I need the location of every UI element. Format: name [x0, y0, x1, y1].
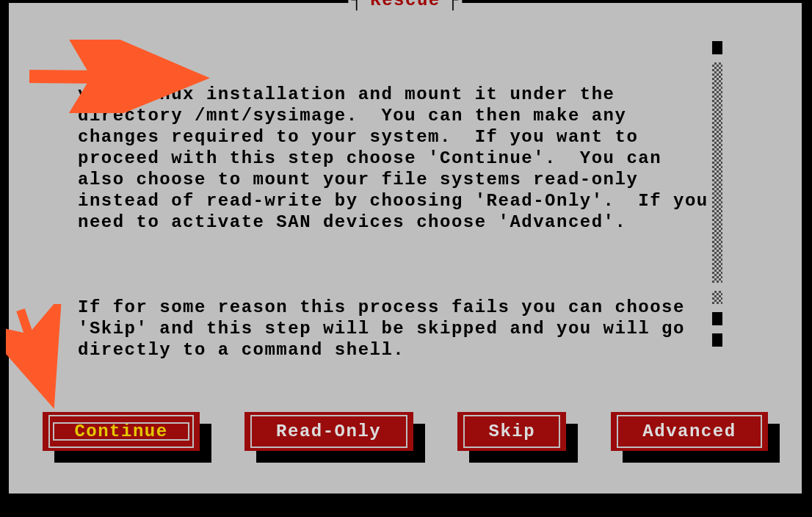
advanced-button-label: Advanced [642, 422, 736, 441]
scroll-thumb-2 [712, 333, 722, 347]
advanced-button[interactable]: Advanced [611, 412, 768, 451]
svg-line-1 [21, 310, 48, 392]
readonly-button-wrap: Read-Only [244, 412, 413, 451]
skip-button-wrap: Skip [457, 412, 566, 451]
skip-button[interactable]: Skip [457, 412, 566, 451]
rescue-dialog: ┤ Rescue ├ your Linux installation and m… [6, 0, 805, 496]
scroll-up-marker [712, 41, 722, 54]
advanced-button-wrap: Advanced [611, 412, 768, 451]
continue-button[interactable]: Continue [43, 412, 200, 451]
readonly-button[interactable]: Read-Only [244, 412, 413, 451]
skip-button-label: Skip [489, 422, 536, 441]
scrollbar[interactable] [712, 41, 722, 355]
scroll-track[interactable] [712, 62, 722, 283]
title-bracket-left: ┤ [351, 0, 363, 11]
continue-button-wrap: Continue [43, 412, 200, 451]
dialog-body: your Linux installation and mount it und… [78, 41, 709, 403]
dialog-paragraph-1: your Linux installation and mount it und… [78, 84, 709, 233]
scroll-thumb-1 [712, 312, 722, 325]
dialog-title: Rescue [370, 0, 440, 11]
title-bracket-right: ├ [448, 0, 460, 11]
scroll-track-bottom[interactable] [712, 291, 722, 304]
readonly-button-label: Read-Only [276, 422, 381, 441]
button-row: Continue Read-Only Skip Advanced [43, 412, 768, 451]
dialog-paragraph-2: If for some reason this process fails yo… [78, 297, 709, 361]
annotation-arrow-icon [6, 304, 87, 422]
dialog-title-bar: ┤ Rescue ├ [348, 0, 462, 11]
